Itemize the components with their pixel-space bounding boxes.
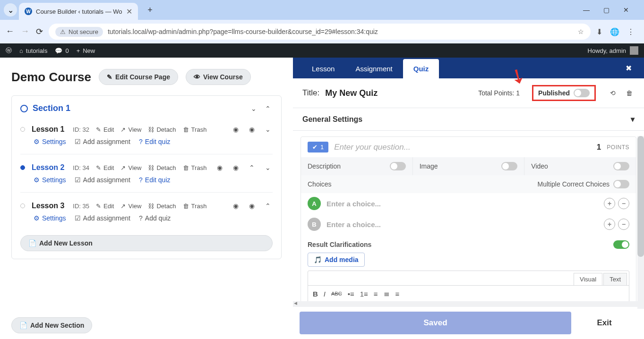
comments-link[interactable]: 💬 0: [55, 47, 69, 54]
forward-icon[interactable]: →: [21, 26, 29, 37]
globe-icon[interactable]: 🌐: [610, 27, 619, 36]
security-badge[interactable]: ⚠ Not secure: [55, 27, 103, 37]
maximize-icon[interactable]: ▢: [600, 6, 613, 14]
saved-button[interactable]: Saved: [300, 312, 571, 334]
choice-input[interactable]: Enter a choice...: [326, 200, 598, 208]
reload-icon[interactable]: ⟳: [36, 26, 43, 37]
lesson-settings-link[interactable]: ⚙Settings: [34, 176, 66, 184]
multiple-correct-toggle[interactable]: [613, 180, 629, 188]
target-icon[interactable]: ◉: [247, 125, 257, 134]
numbered-list-icon[interactable]: 1≡: [360, 290, 368, 298]
add-assignment-link[interactable]: ☑Add assignment: [75, 214, 130, 222]
detach-lesson-button[interactable]: ⛓Detach: [148, 126, 176, 133]
description-toggle[interactable]: [390, 162, 406, 170]
detach-lesson-button[interactable]: ⛓Detach: [148, 164, 176, 171]
add-quiz-link[interactable]: ?Add quiz: [139, 214, 171, 222]
remove-choice-button[interactable]: −: [618, 219, 629, 230]
lesson-settings-link[interactable]: ⚙Settings: [34, 214, 66, 222]
edit-course-page-button[interactable]: ✎ Edit Course Page: [99, 69, 178, 85]
lesson-name[interactable]: Lesson 3: [32, 202, 64, 210]
trash-lesson-button[interactable]: 🗑Trash: [183, 203, 207, 210]
bold-icon[interactable]: B: [313, 290, 318, 298]
view-lesson-button[interactable]: ↗View: [120, 164, 141, 171]
align-center-icon[interactable]: ≣: [384, 289, 390, 298]
edit-quiz-link[interactable]: ?Edit quiz: [139, 138, 171, 145]
chevron-up-icon[interactable]: ⌃: [263, 104, 273, 113]
lesson-settings-link[interactable]: ⚙Settings: [34, 138, 66, 145]
question-input[interactable]: Enter your question...: [334, 143, 591, 152]
edit-lesson-button[interactable]: ✎Edit: [96, 126, 114, 133]
target-icon[interactable]: ◉: [231, 125, 240, 134]
chevron-down-icon[interactable]: ⌄: [249, 104, 258, 113]
view-lesson-button[interactable]: ↗View: [120, 126, 141, 133]
horizontal-scrollbar[interactable]: [293, 301, 644, 307]
avatar[interactable]: [630, 46, 638, 55]
trash-lesson-button[interactable]: 🗑Trash: [183, 126, 207, 133]
tab-assignment[interactable]: Assignment: [345, 59, 403, 78]
new-content-link[interactable]: + New: [77, 47, 95, 54]
add-media-button[interactable]: 🎵 Add media: [308, 253, 365, 267]
published-toggle[interactable]: [574, 89, 590, 97]
close-tab-icon[interactable]: ✕: [126, 7, 132, 16]
editor-visual-tab[interactable]: Visual: [574, 273, 602, 285]
howdy-text[interactable]: Howdy, admin: [588, 47, 626, 54]
add-assignment-link[interactable]: ☑Add assignment: [75, 138, 130, 145]
detach-lesson-button[interactable]: ⛓Detach: [148, 203, 176, 210]
section-radio-icon[interactable]: [20, 105, 28, 112]
tab-list-dropdown[interactable]: ⌄: [4, 3, 17, 17]
strikethrough-icon[interactable]: ABC: [331, 291, 342, 297]
question-points[interactable]: 1: [597, 143, 601, 152]
chevron-up-icon[interactable]: ⌃: [263, 201, 273, 211]
lesson-name[interactable]: Lesson 2: [32, 163, 64, 172]
chevron-down-icon[interactable]: ⌄: [263, 163, 273, 172]
edit-quiz-link[interactable]: ?Edit quiz: [139, 176, 171, 184]
lesson-radio-icon[interactable]: [20, 127, 25, 132]
choice-letter-b[interactable]: B: [308, 218, 321, 231]
result-clarifications-toggle[interactable]: [613, 240, 629, 249]
scrollbar-thumb[interactable]: [637, 136, 644, 257]
remove-choice-button[interactable]: −: [618, 198, 629, 209]
refresh-icon[interactable]: ⟲: [608, 88, 618, 98]
menu-icon[interactable]: ⋮: [627, 27, 635, 36]
minimize-icon[interactable]: —: [580, 6, 593, 14]
view-lesson-button[interactable]: ↗View: [120, 203, 141, 210]
edit-lesson-button[interactable]: ✎Edit: [96, 164, 114, 171]
lesson-name[interactable]: Lesson 1: [32, 125, 64, 134]
target-icon[interactable]: ◉: [247, 201, 257, 211]
exit-button[interactable]: Exit: [571, 312, 637, 334]
align-left-icon[interactable]: ≡: [374, 290, 378, 298]
target-icon[interactable]: ◉: [231, 201, 240, 211]
choice-input[interactable]: Enter a choice...: [326, 220, 598, 229]
star-icon[interactable]: ☆: [578, 28, 584, 35]
chevron-up-icon[interactable]: ⌃: [247, 163, 257, 172]
add-new-lesson-button[interactable]: 📄 Add New Lesson: [20, 235, 273, 251]
close-panel-icon[interactable]: ✖: [622, 58, 635, 78]
align-right-icon[interactable]: ≡: [395, 290, 400, 298]
lesson-radio-icon[interactable]: [20, 165, 25, 170]
bullet-list-icon[interactable]: •≡: [348, 290, 354, 298]
download-icon[interactable]: ⬇: [596, 27, 602, 36]
new-tab-button[interactable]: +: [144, 3, 157, 17]
add-assignment-link[interactable]: ☑Add assignment: [75, 176, 130, 184]
back-icon[interactable]: ←: [6, 26, 14, 37]
tab-quiz[interactable]: Quiz: [403, 59, 439, 78]
trash-lesson-button[interactable]: 🗑Trash: [183, 164, 207, 171]
target-icon[interactable]: ◉: [215, 163, 224, 172]
lesson-radio-icon[interactable]: [20, 203, 25, 208]
italic-icon[interactable]: I: [324, 290, 326, 298]
site-link[interactable]: ⌂ tutorials: [19, 47, 47, 54]
vertical-scrollbar[interactable]: [637, 136, 644, 309]
chevron-down-icon[interactable]: ⌄: [263, 125, 273, 134]
video-toggle[interactable]: [613, 162, 629, 170]
editor-text-tab[interactable]: Text: [603, 273, 627, 285]
section-title[interactable]: Section 1: [33, 103, 244, 113]
quiz-title[interactable]: My New Quiz: [325, 88, 378, 98]
close-window-icon[interactable]: ✕: [619, 6, 633, 14]
tab-lesson[interactable]: Lesson: [301, 59, 345, 78]
view-course-button[interactable]: 👁 View Course: [186, 69, 251, 85]
choice-letter-a[interactable]: A: [308, 197, 321, 210]
wp-logo[interactable]: ⓦ: [6, 46, 12, 55]
image-toggle[interactable]: [501, 162, 517, 170]
edit-lesson-button[interactable]: ✎Edit: [96, 203, 114, 210]
trash-icon[interactable]: 🗑: [624, 88, 635, 98]
